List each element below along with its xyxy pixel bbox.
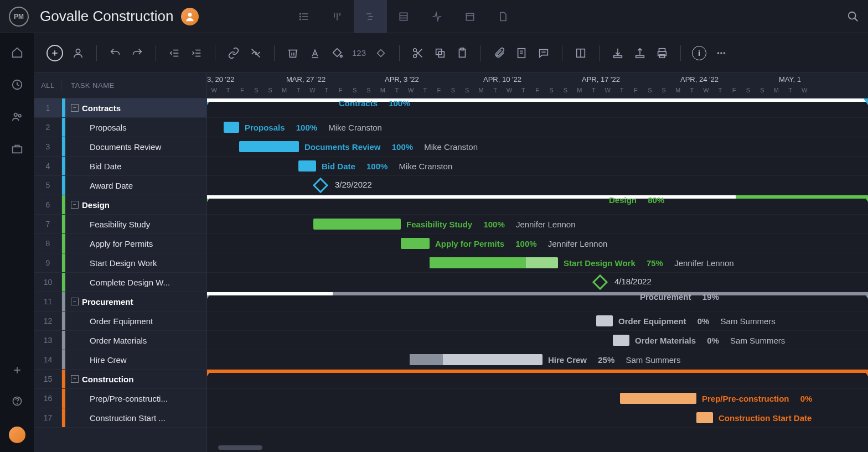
- assign-button[interactable]: [71, 46, 85, 60]
- nav-recent[interactable]: [11, 79, 23, 91]
- gantt-row: Prep/Pre-construction 0%: [207, 389, 868, 408]
- task-row[interactable]: 10Complete Design W...: [34, 273, 206, 292]
- col-header-name[interactable]: TASK NAME: [62, 81, 115, 90]
- paste-button[interactable]: [455, 46, 469, 60]
- notes-button[interactable]: [514, 46, 529, 60]
- info-button[interactable]: i: [692, 46, 706, 60]
- attachment-button[interactable]: [492, 46, 507, 60]
- horizontal-scrollbar[interactable]: [218, 445, 262, 450]
- row-number: 14: [34, 350, 62, 369]
- task-row[interactable]: 8Apply for Permits: [34, 234, 206, 253]
- undo-button[interactable]: [108, 46, 122, 60]
- view-gantt[interactable]: [354, 0, 387, 33]
- row-number: 9: [34, 253, 62, 272]
- svg-rect-16: [467, 13, 474, 20]
- group-bar[interactable]: [207, 292, 423, 299]
- task-row[interactable]: 16Prep/Pre-constructi...: [34, 389, 206, 408]
- task-row[interactable]: 1−Contracts: [34, 98, 206, 118]
- redo-button[interactable]: [130, 46, 144, 60]
- outdent-button[interactable]: [167, 46, 182, 60]
- import-button[interactable]: [611, 46, 625, 60]
- collapse-toggle[interactable]: −: [71, 104, 79, 112]
- task-bar[interactable]: Feasibility Study 100% Jennifer Lennon: [313, 219, 401, 230]
- view-activity[interactable]: [420, 0, 453, 33]
- nav-help[interactable]: [12, 396, 23, 407]
- gantt-icon: [365, 11, 376, 22]
- view-board[interactable]: [321, 0, 354, 33]
- view-list[interactable]: [287, 0, 321, 33]
- print-button[interactable]: [655, 46, 669, 60]
- task-row[interactable]: 9Start Design Work: [34, 253, 206, 273]
- task-row[interactable]: 6−Design: [34, 195, 206, 215]
- group-bar[interactable]: [207, 370, 417, 376]
- export-button[interactable]: [633, 46, 647, 60]
- group-bar[interactable]: [207, 195, 488, 202]
- task-row[interactable]: 4Bid Date: [34, 157, 206, 176]
- view-sheet[interactable]: [387, 0, 420, 33]
- nav-add[interactable]: [12, 365, 23, 376]
- nav-team[interactable]: [11, 111, 23, 123]
- task-rows: 1−Contracts2Proposals3Documents Review4B…: [34, 98, 206, 452]
- task-row[interactable]: 7Feasibility Study: [34, 215, 206, 234]
- col-header-all[interactable]: ALL: [34, 81, 62, 90]
- group-bar[interactable]: [207, 98, 308, 105]
- comments-button[interactable]: [536, 46, 551, 60]
- project-avatar[interactable]: [181, 8, 199, 25]
- task-bar[interactable]: Documents Review 100% Mike Cranston: [239, 141, 299, 152]
- task-row[interactable]: 11−Procurement: [34, 292, 206, 311]
- nav-portfolio[interactable]: [11, 143, 23, 155]
- view-calendar[interactable]: [453, 0, 487, 33]
- more-button[interactable]: [714, 46, 728, 60]
- task-row[interactable]: 17Construction Start ...: [34, 408, 206, 428]
- task-bar[interactable]: Bid Date 100% Mike Cranston: [298, 160, 316, 172]
- collapse-toggle[interactable]: −: [71, 375, 79, 383]
- link-button[interactable]: [226, 46, 241, 60]
- gantt-body[interactable]: Contracts 100%Proposals 100% Mike Cranst…: [207, 98, 868, 452]
- milestone-marker[interactable]: [592, 274, 608, 290]
- day-cell: W: [404, 87, 417, 98]
- task-row[interactable]: 14Hire Crew: [34, 350, 206, 370]
- app-logo[interactable]: PM: [9, 7, 29, 27]
- bar-label: Bid Date 100% Mike Cranston: [322, 162, 452, 171]
- user-avatar[interactable]: [9, 427, 25, 443]
- task-row[interactable]: 2Proposals: [34, 118, 206, 137]
- fill-color-button[interactable]: [330, 46, 344, 60]
- task-row[interactable]: 15−Construction: [34, 370, 206, 389]
- day-cell: S: [755, 87, 769, 98]
- task-bar[interactable]: Start Design Work 75% Jennifer Lennon: [430, 257, 558, 268]
- task-bar[interactable]: Order Equipment 0% Sam Summers: [596, 315, 613, 326]
- cut-button[interactable]: [411, 46, 425, 60]
- milestone-marker[interactable]: [313, 178, 328, 193]
- unlink-button[interactable]: [249, 46, 263, 60]
- task-row[interactable]: 13Order Materials: [34, 331, 206, 350]
- task-bar[interactable]: Proposals 100% Mike Cranston: [224, 122, 239, 133]
- view-files[interactable]: [487, 0, 520, 33]
- gantt-row: Contracts 100%: [207, 98, 868, 118]
- delete-button[interactable]: [286, 46, 300, 60]
- collapse-toggle[interactable]: −: [71, 201, 79, 209]
- columns-button[interactable]: [574, 46, 588, 60]
- search-button[interactable]: [847, 11, 859, 23]
- day-cell: S: [348, 87, 361, 98]
- task-bar[interactable]: Prep/Pre-construction 0%: [620, 393, 696, 404]
- add-task-button[interactable]: [46, 45, 63, 61]
- task-name: Apply for Permits: [90, 239, 206, 248]
- copy-button[interactable]: [433, 46, 447, 60]
- milestone-button[interactable]: [374, 46, 388, 60]
- task-row[interactable]: 3Documents Review: [34, 137, 206, 157]
- svg-rect-13: [400, 13, 407, 20]
- task-row[interactable]: 5Award Date: [34, 176, 206, 195]
- task-bar[interactable]: Order Materials 0% Sam Summers: [613, 335, 629, 346]
- task-row[interactable]: 12Order Equipment: [34, 311, 206, 331]
- copy-icon: [434, 47, 446, 59]
- nav-home[interactable]: [11, 46, 23, 59]
- upload-icon: [634, 47, 646, 59]
- task-bar[interactable]: Construction Start Date: [696, 412, 713, 423]
- text-color-button[interactable]: [308, 46, 322, 60]
- indent-button[interactable]: [189, 46, 204, 60]
- collapse-toggle[interactable]: −: [71, 298, 79, 305]
- task-bar[interactable]: Apply for Permits 100% Jennifer Lennon: [401, 238, 430, 249]
- row-number: 13: [34, 331, 62, 350]
- unlink-icon: [250, 47, 262, 59]
- task-bar[interactable]: Hire Crew 25% Sam Summers: [410, 354, 542, 365]
